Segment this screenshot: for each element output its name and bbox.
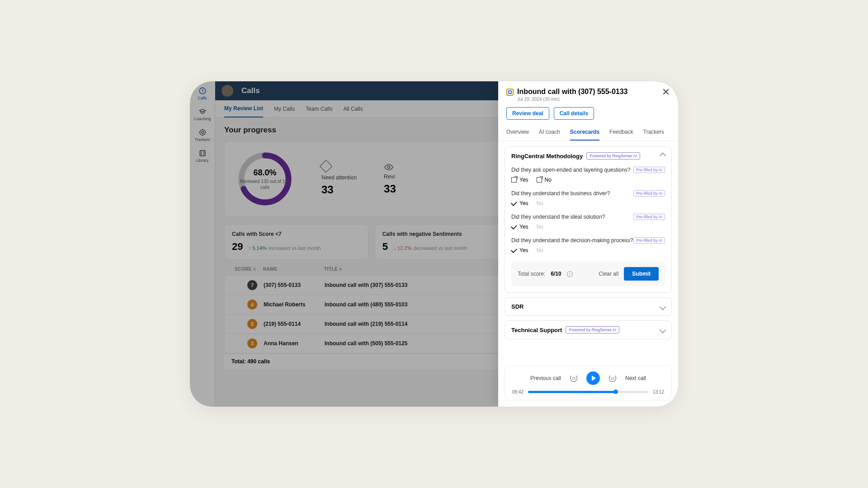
submit-button[interactable]: Submit (624, 267, 659, 281)
previous-call-link[interactable]: Previous call (530, 375, 561, 381)
prefilled-badge: Pre-filled by AI (633, 237, 665, 244)
svg-rect-3 (200, 150, 205, 156)
rewind-15-icon[interactable]: 15 (570, 375, 577, 382)
target-icon (198, 128, 207, 136)
tab-overview[interactable]: Overview (506, 129, 529, 141)
sort-icon[interactable] (339, 267, 343, 271)
prefilled-badge: Pre-filled by AI (633, 214, 665, 220)
svg-point-1 (200, 130, 205, 135)
panel-subtitle: Jul 20, 2024 (30 min) (517, 97, 670, 102)
eye-icon (384, 163, 394, 172)
external-link-icon (537, 177, 542, 183)
answer-no[interactable]: No (537, 224, 543, 230)
audio-player: Previous call 15 15 Next call 09:42 13:1… (505, 366, 672, 400)
answer-yes[interactable]: Yes (511, 177, 528, 183)
sidebar-item-trackers[interactable]: Trackers (190, 125, 215, 145)
svg-point-2 (201, 131, 203, 134)
tab-scorecards[interactable]: Scorecards (570, 129, 599, 141)
sidebar-item-calls[interactable]: Calls (190, 83, 215, 104)
brand-logo-icon (506, 89, 514, 96)
sidebar-item-coaching[interactable]: Coaching (190, 104, 215, 125)
clock-icon (198, 87, 207, 95)
answer-yes[interactable]: Yes (511, 247, 528, 253)
tab-all-calls[interactable]: All Calls (343, 101, 363, 117)
forward-15-icon[interactable]: 15 (609, 375, 616, 382)
call-details-button[interactable]: Call details (554, 107, 594, 120)
sort-icon[interactable] (253, 267, 257, 271)
card-low-score[interactable]: Calls with Score <7 29 ↑ 5.14% increased… (224, 224, 368, 259)
review-deal-button[interactable]: Review deal (506, 107, 549, 120)
panel-title: Inbound call with (307) 555-0133 (517, 88, 658, 96)
external-link-icon (511, 177, 517, 183)
sidebar-item-library[interactable]: Library (190, 145, 215, 166)
check-icon (511, 223, 517, 229)
scorecard-tech-support[interactable]: Technical Support Powered by RingSense A… (505, 320, 672, 339)
tab-trackers[interactable]: Trackers (643, 129, 664, 141)
answer-no[interactable]: No (537, 247, 543, 253)
library-icon (198, 149, 207, 157)
tab-my-calls[interactable]: My Calls (274, 101, 295, 117)
svg-point-6 (387, 166, 390, 169)
chevron-up-icon[interactable] (660, 153, 666, 159)
progress-sub: Reviewed 132 out of 165 calls (236, 178, 294, 190)
chevron-down-icon (660, 303, 666, 310)
check-icon (511, 199, 517, 206)
clear-all-link[interactable]: Clear all (599, 271, 618, 277)
avatar[interactable] (222, 85, 233, 97)
progress-donut: 68.0% Reviewed 132 out of 165 calls (236, 150, 294, 208)
seek-bar[interactable] (528, 391, 648, 393)
answer-yes[interactable]: Yes (511, 224, 528, 230)
page-title: Calls (241, 86, 260, 95)
card-negative-sentiment[interactable]: Calls with negative Sentiments 5 ↓ 12.2%… (375, 224, 519, 259)
call-detail-panel: Inbound call with (307) 555-0133 Jul 20,… (498, 81, 678, 407)
graduation-icon (198, 108, 207, 116)
tab-team-calls[interactable]: Team Calls (306, 101, 332, 117)
left-sidebar: Calls Coaching Trackers Library (190, 81, 215, 407)
answer-no[interactable]: No (537, 200, 543, 206)
prefilled-badge: Pre-filled by AI (633, 190, 665, 197)
prefilled-badge: Pre-filled by AI (633, 167, 665, 173)
close-icon[interactable] (662, 88, 670, 96)
attention-icon (320, 160, 332, 173)
progress-percent: 68.0% (253, 168, 276, 178)
tab-ai-coach[interactable]: AI coach (539, 129, 560, 141)
play-icon (592, 375, 596, 381)
scorecard-methodology: RingCentral Methodology Powered by RingS… (505, 146, 672, 293)
info-icon[interactable] (567, 271, 573, 277)
play-button[interactable] (586, 371, 600, 385)
tab-my-review-list[interactable]: My Review List (224, 100, 263, 117)
tab-feedback[interactable]: Feedback (609, 129, 633, 141)
next-call-link[interactable]: Next call (625, 375, 646, 381)
check-icon (511, 246, 517, 253)
answer-no[interactable]: No (537, 177, 552, 183)
time-total: 13:12 (653, 389, 664, 394)
ai-badge: Powered by RingSense AI (586, 152, 640, 160)
chevron-down-icon (660, 327, 666, 333)
answer-yes[interactable]: Yes (511, 200, 528, 206)
scorecard-sdr[interactable]: SDR (505, 297, 672, 316)
time-elapsed: 09:42 (512, 389, 524, 394)
ai-badge: Powered by RingSense AI (566, 326, 619, 333)
